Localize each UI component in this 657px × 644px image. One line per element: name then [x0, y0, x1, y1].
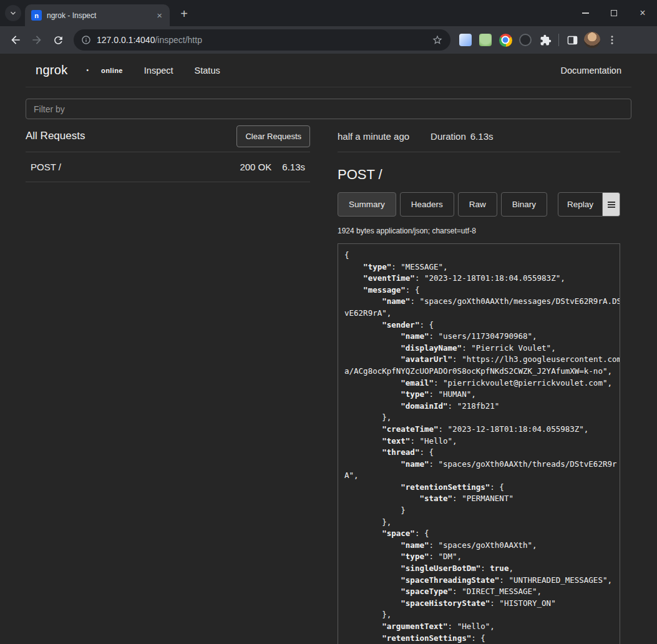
address-bar[interactable]: 127.0.0.1:4040/inspect/http	[74, 29, 450, 51]
tunnel-status: online	[101, 67, 123, 74]
chevron-down-icon	[9, 9, 17, 17]
request-list-panel: All Requests Clear Requests POST / 200 O…	[26, 120, 310, 644]
extension-button-3[interactable]	[515, 30, 535, 50]
detail-title: POST /	[338, 167, 620, 183]
close-icon: ×	[640, 8, 645, 18]
tab-search-button[interactable]	[5, 5, 21, 21]
tab-close-icon[interactable]: ×	[155, 9, 163, 21]
tab-headers[interactable]: Headers	[400, 192, 454, 217]
nav-link-documentation[interactable]: Documentation	[560, 66, 621, 76]
minimize-button[interactable]	[571, 0, 600, 26]
url-path: /inspect/http	[155, 35, 202, 45]
clear-requests-button[interactable]: Clear Requests	[236, 125, 310, 147]
tab-title: ngrok - Inspect	[47, 11, 150, 20]
maximize-icon	[611, 10, 617, 16]
replay-options-button[interactable]	[603, 192, 620, 217]
chrome-logo-icon	[499, 34, 512, 47]
hamburger-icon	[608, 202, 615, 208]
duration-value: 6.13s	[470, 131, 494, 142]
request-method-path: POST /	[31, 162, 61, 172]
request-row[interactable]: POST / 200 OK 6.13s	[26, 152, 310, 182]
ngrok-brand: ngrok	[36, 63, 68, 77]
nav-link-status[interactable]: Status	[195, 66, 220, 76]
browser-tab[interactable]: n ngrok - Inspect ×	[25, 4, 170, 26]
extension-icon-green	[479, 34, 492, 46]
minimize-icon	[582, 12, 589, 14]
close-button[interactable]: ×	[628, 0, 657, 26]
site-header: ngrok • online Inspect Status Documentat…	[26, 54, 631, 87]
profile-button[interactable]	[582, 30, 602, 50]
url-host: 127.0.0.1:4040	[97, 35, 155, 45]
extension-button-2[interactable]	[475, 30, 495, 50]
reload-button[interactable]	[47, 29, 69, 51]
status-dot: •	[87, 67, 89, 74]
side-panel-button[interactable]	[562, 30, 582, 50]
toolbar-separator	[558, 34, 559, 46]
json-body[interactable]: { "type": "MESSAGE", "eventTime": "2023-…	[338, 243, 620, 644]
content-meta: 1924 bytes application/json; charset=utf…	[338, 227, 620, 235]
extension-button-1[interactable]	[455, 30, 475, 50]
back-icon	[9, 34, 22, 46]
extension-icon-dark	[519, 34, 532, 46]
reload-icon	[52, 34, 64, 46]
all-requests-title: All Requests	[26, 130, 85, 142]
url-text: 127.0.0.1:4040/inspect/http	[97, 35, 426, 45]
tab-summary[interactable]: Summary	[338, 192, 396, 217]
forward-icon	[31, 34, 43, 46]
tab-binary[interactable]: Binary	[501, 192, 547, 217]
request-time-ago: half a minute ago	[338, 131, 409, 142]
puzzle-icon	[540, 34, 552, 46]
detail-tabs: Summary Headers Raw Binary Replay	[338, 192, 620, 217]
nav-link-inspect[interactable]: Inspect	[144, 66, 173, 76]
filter-input[interactable]	[26, 99, 631, 119]
duration-label: Duration	[431, 131, 466, 142]
request-duration: 6.13s	[282, 162, 305, 172]
browser-toolbar: 127.0.0.1:4040/inspect/http	[0, 26, 657, 54]
profile-avatar	[584, 32, 600, 48]
site-info-icon[interactable]	[81, 35, 91, 45]
extension-icon-blue	[459, 34, 472, 46]
ngrok-inspect-page: ngrok • online Inspect Status Documentat…	[0, 54, 657, 644]
bookmark-star-icon[interactable]	[432, 34, 443, 46]
ngrok-favicon: n	[31, 10, 42, 21]
side-panel-icon	[567, 34, 578, 46]
maximize-button[interactable]	[600, 0, 628, 26]
extensions-menu-button[interactable]	[535, 30, 555, 50]
browser-menu-button[interactable]	[602, 30, 622, 50]
browser-tab-strip: n ngrok - Inspect × + ×	[0, 0, 657, 26]
new-tab-button[interactable]: +	[176, 6, 192, 22]
request-status: 200 OK	[240, 162, 271, 172]
replay-button[interactable]: Replay	[558, 192, 603, 217]
forward-button[interactable]	[26, 29, 47, 51]
back-button[interactable]	[5, 29, 26, 51]
tab-raw[interactable]: Raw	[458, 192, 497, 217]
request-detail-panel: half a minute ago Duration 6.13s POST / …	[338, 120, 620, 644]
kebab-menu-icon	[606, 34, 618, 46]
chrome-app-button[interactable]	[495, 30, 515, 50]
